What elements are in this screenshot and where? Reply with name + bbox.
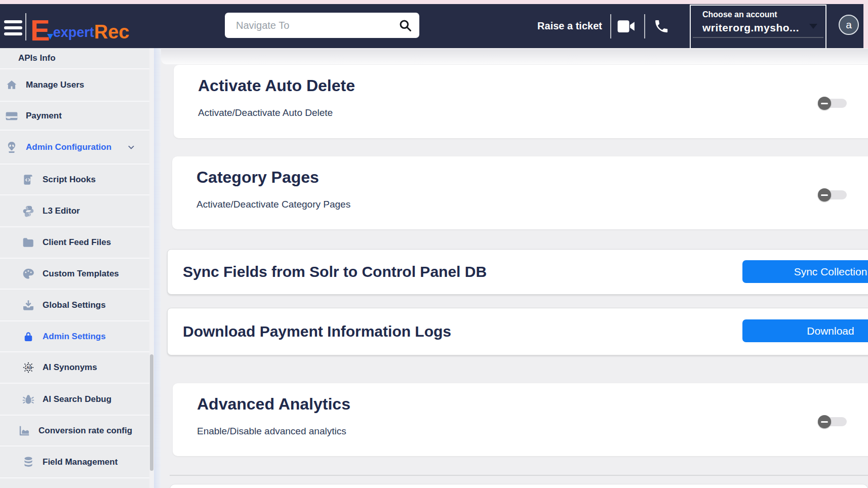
sidebar: APIs Info Manage Users Payment Admin Con… xyxy=(0,48,149,488)
next-card-partial xyxy=(170,484,868,488)
divider xyxy=(644,14,645,38)
credit-card-icon xyxy=(5,109,18,123)
logo-text-expert: expert xyxy=(53,24,94,41)
alien-icon xyxy=(5,141,18,154)
home-icon xyxy=(5,78,18,92)
advanced-analytics-toggle[interactable] xyxy=(818,415,847,428)
account-selector[interactable]: Choose an account writerorg.mysho... xyxy=(690,5,826,49)
script-icon xyxy=(22,173,35,186)
expertrec-logo[interactable]: E expert Rec xyxy=(30,7,129,47)
card-category-pages: Category Pages Activate/Deactivate Categ… xyxy=(172,156,868,229)
caret-down-icon xyxy=(809,24,817,29)
card-subtitle: Activate/Deactivate Auto Delete xyxy=(198,106,333,119)
divider xyxy=(693,37,823,38)
phone-icon[interactable] xyxy=(653,18,669,34)
sidebar-item-conversion-rate-config[interactable]: Conversion rate config xyxy=(0,416,149,446)
video-call-icon[interactable] xyxy=(617,18,636,34)
sidebar-item-global-settings[interactable]: Global Settings xyxy=(0,290,149,321)
sidebar-item-field-management[interactable]: Field Management xyxy=(0,446,149,478)
database-icon xyxy=(22,456,35,469)
logo-e-mark: E xyxy=(30,14,49,47)
toggle-knob-icon xyxy=(818,97,831,110)
folder-icon xyxy=(22,236,35,249)
category-pages-toggle[interactable] xyxy=(818,188,847,201)
search-input[interactable] xyxy=(235,19,391,32)
area-chart-icon xyxy=(18,424,31,437)
auto-delete-toggle[interactable] xyxy=(818,97,847,110)
sidebar-item-admin-settings[interactable]: Admin Settings xyxy=(0,321,149,352)
sidebar-scrollbar-thumb[interactable] xyxy=(150,354,153,471)
toggle-knob-icon xyxy=(818,415,831,428)
sidebar-item-l3-editor[interactable]: L3 Editor xyxy=(0,195,149,227)
logo-pin-icon xyxy=(47,34,53,39)
sidebar-item-manage-users[interactable]: Manage Users xyxy=(0,69,149,102)
card-activate-auto-delete: Activate Auto Delete Activate/Deactivate… xyxy=(174,65,868,138)
divider xyxy=(25,13,26,40)
card-title: Advanced Analytics xyxy=(197,393,350,415)
sidebar-item-custom-templates[interactable]: Custom Templates xyxy=(0,259,149,290)
sidebar-item-apis-info[interactable]: APIs Info xyxy=(0,48,149,69)
svg-text:AI: AI xyxy=(26,365,30,370)
python-icon xyxy=(22,205,35,218)
account-selector-value: writerorg.mysho... xyxy=(702,22,799,34)
inbox-download-icon xyxy=(22,299,35,312)
search-icon[interactable] xyxy=(391,13,419,38)
bug-icon xyxy=(22,393,35,406)
logo-text-rec: Rec xyxy=(94,22,130,42)
sidebar-item-client-feed-files[interactable]: Client Feed Files xyxy=(0,227,149,259)
sidebar-item-payment[interactable]: Payment xyxy=(0,102,149,131)
card-title: Sync Fields from Solr to Control Panel D… xyxy=(183,263,487,280)
lock-icon xyxy=(22,330,35,343)
navigate-search-box xyxy=(225,13,419,38)
window-frame-right xyxy=(863,0,868,48)
sidebar-item-admin-configuration[interactable]: Admin Configuration xyxy=(0,131,149,165)
toggle-knob-icon xyxy=(818,188,831,201)
previous-card-shadow xyxy=(161,49,868,64)
chevron-down-icon xyxy=(126,142,136,152)
palette-icon xyxy=(22,267,35,280)
card-title: Download Payment Information Logs xyxy=(183,323,451,340)
sync-collection-button[interactable]: Sync Collection xyxy=(742,260,868,283)
divider xyxy=(170,475,868,476)
raise-ticket-button[interactable]: Raise a ticket xyxy=(537,4,603,48)
top-navbar: E expert Rec Raise a ticket Choose an ac… xyxy=(0,4,868,48)
card-subtitle: Activate/Deactivate Category Pages xyxy=(196,198,350,211)
avatar[interactable]: a xyxy=(839,15,859,35)
divider xyxy=(610,14,611,38)
card-subtitle: Enable/Disable advanced analytics xyxy=(197,425,346,438)
sidebar-item-ai-synonyms[interactable]: AI AI Synonyms xyxy=(0,352,149,384)
card-title: Activate Auto Delete xyxy=(198,75,355,96)
sidebar-item-script-hooks[interactable]: Script Hooks xyxy=(0,165,149,195)
download-button[interactable]: Download xyxy=(742,319,868,342)
account-selector-label: Choose an account xyxy=(702,10,777,19)
window-frame-top xyxy=(0,0,868,4)
content-left-shadow xyxy=(154,48,161,488)
card-advanced-analytics: Advanced Analytics Enable/Disable advanc… xyxy=(173,383,868,456)
sidebar-item-ai-search-debug[interactable]: AI Search Debug xyxy=(0,384,149,416)
ai-chip-icon: AI xyxy=(22,361,35,374)
card-title: Category Pages xyxy=(196,167,319,188)
